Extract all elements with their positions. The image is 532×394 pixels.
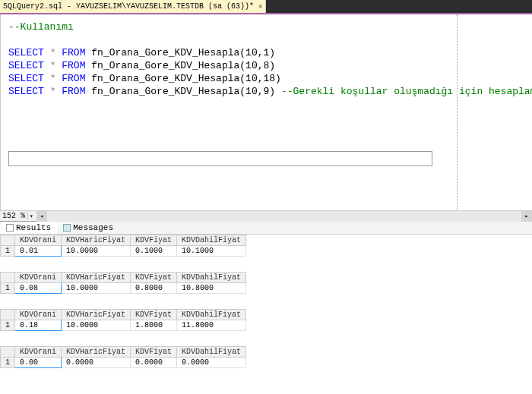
sql-editor[interactable]: --Kullanımı SELECT * FROM fn_Orana_Gore_… (1, 14, 532, 210)
file-tab[interactable]: SQLQuery2.sql - YAVUZSELIM\YAVUZSELIM.TE… (0, 0, 266, 13)
zoom-scroll-bar: 152 % ▾ ◂ ▸ (0, 210, 532, 221)
fn-call: fn_Orana_Gore_KDV_Hesapla(10,18) (91, 73, 281, 84)
result-grid-3: KDVOrani KDVHaricFiyat KDVFiyat KDVDahil… (0, 309, 532, 331)
kw-from: FROM (62, 73, 85, 84)
col-header[interactable]: KDVOrani (15, 273, 62, 283)
row-header[interactable]: 1 (1, 358, 15, 368)
cell[interactable]: 0.01 (15, 246, 62, 257)
corner-cell (1, 310, 15, 320)
table-row[interactable]: 1 0.18 10.0000 1.8000 11.8000 (1, 320, 246, 331)
cell[interactable]: 0.08 (15, 283, 62, 294)
col-header[interactable]: KDVHaricFiyat (62, 310, 131, 320)
cell[interactable]: 1.8000 (131, 320, 177, 331)
col-header[interactable]: KDVDahilFiyat (177, 347, 246, 358)
op-star: * (50, 60, 56, 71)
cell[interactable]: 0.18 (15, 320, 62, 331)
grid-icon (6, 224, 14, 232)
print-margin-ruler (457, 14, 458, 210)
col-header[interactable]: KDVFiyat (131, 273, 177, 283)
code-comment: --Kullanımı (8, 21, 74, 33)
results-pane: KDVOrani KDVHaricFiyat KDVFiyat KDVDahil… (0, 235, 532, 394)
result-table[interactable]: KDVOrani KDVHaricFiyat KDVFiyat KDVDahil… (0, 272, 246, 294)
result-table[interactable]: KDVOrani KDVHaricFiyat KDVFiyat KDVDahil… (0, 346, 246, 368)
tab-results-label: Results (16, 223, 51, 232)
table-row[interactable]: 1 0.00 0.0000 0.0000 0.0000 (1, 358, 246, 368)
corner-cell (1, 235, 15, 246)
op-star: * (50, 86, 56, 97)
col-header[interactable]: KDVOrani (15, 347, 62, 358)
cell[interactable]: 10.0000 (62, 246, 131, 257)
cell[interactable]: 0.0000 (62, 358, 131, 368)
zoom-dropdown-icon[interactable]: ▾ (28, 213, 35, 219)
table-row[interactable]: 1 0.01 10.0000 0.1000 10.1000 (1, 246, 246, 257)
result-grid-1: KDVOrani KDVHaricFiyat KDVFiyat KDVDahil… (0, 235, 532, 257)
tab-results[interactable]: Results (0, 222, 57, 234)
cell[interactable]: 10.1000 (177, 246, 246, 257)
horizontal-scrollbar[interactable]: ◂ ▸ (36, 211, 532, 222)
result-grid-2: KDVOrani KDVHaricFiyat KDVFiyat KDVDahil… (0, 272, 532, 294)
row-header[interactable]: 1 (1, 320, 15, 331)
tab-messages[interactable]: Messages (57, 222, 119, 234)
code-comment: --Gerekli koşullar oluşmadığı için hesap… (281, 86, 532, 97)
table-row[interactable]: 1 0.08 10.0000 0.8000 10.8000 (1, 283, 246, 294)
col-header[interactable]: KDVOrani (15, 310, 62, 320)
close-icon[interactable]: ✕ (258, 2, 262, 11)
result-table[interactable]: KDVOrani KDVHaricFiyat KDVFiyat KDVDahil… (0, 309, 246, 331)
row-header[interactable]: 1 (1, 283, 15, 294)
cell[interactable]: 0.00 (15, 358, 62, 368)
cell[interactable]: 0.0000 (131, 358, 177, 368)
col-header[interactable]: KDVHaricFiyat (62, 235, 131, 246)
col-header[interactable]: KDVDahilFiyat (177, 273, 246, 283)
kw-from: FROM (62, 47, 85, 58)
result-table[interactable]: KDVOrani KDVHaricFiyat KDVFiyat KDVDahil… (0, 235, 246, 257)
cell[interactable]: 10.0000 (62, 320, 131, 331)
cell[interactable]: 0.8000 (131, 283, 177, 294)
zoom-level[interactable]: 152 % (0, 212, 28, 220)
scroll-left-icon[interactable]: ◂ (36, 211, 47, 222)
col-header[interactable]: KDVHaricFiyat (62, 347, 131, 358)
cell[interactable]: 0.0000 (177, 358, 246, 368)
col-header[interactable]: KDVOrani (15, 235, 62, 246)
scroll-right-icon[interactable]: ▸ (521, 211, 532, 222)
kw-select: SELECT (8, 60, 44, 71)
kw-select: SELECT (8, 47, 44, 58)
kw-select: SELECT (8, 86, 44, 97)
col-header[interactable]: KDVFiyat (131, 310, 177, 320)
editor-area: --Kullanımı SELECT * FROM fn_Orana_Gore_… (0, 14, 532, 210)
file-tab-title: SQLQuery2.sql - YAVUZSELIM\YAVUZSELIM.TE… (3, 2, 254, 11)
op-star: * (50, 73, 56, 84)
cell[interactable]: 0.1000 (131, 246, 177, 257)
col-header[interactable]: KDVDahilFiyat (177, 235, 246, 246)
results-tab-bar: Results Messages (0, 221, 532, 235)
fn-call: fn_Orana_Gore_KDV_Hesapla(10,8) (91, 60, 275, 71)
kw-from: FROM (62, 86, 85, 97)
col-header[interactable]: KDVDahilFiyat (177, 310, 246, 320)
cell[interactable]: 11.8000 (177, 320, 246, 331)
cursor-line[interactable] (8, 151, 432, 166)
fn-call: fn_Orana_Gore_KDV_Hesapla(10,1) (91, 47, 275, 58)
col-header[interactable]: KDVHaricFiyat (62, 273, 131, 283)
result-grid-4: KDVOrani KDVHaricFiyat KDVFiyat KDVDahil… (0, 346, 532, 368)
corner-cell (1, 273, 15, 283)
tab-messages-label: Messages (73, 223, 113, 232)
fn-call: fn_Orana_Gore_KDV_Hesapla(10,9) (91, 86, 275, 97)
cell[interactable]: 10.8000 (177, 283, 246, 294)
col-header[interactable]: KDVFiyat (131, 347, 177, 358)
col-header[interactable]: KDVFiyat (131, 235, 177, 246)
cell[interactable]: 10.0000 (62, 283, 131, 294)
tab-bar: SQLQuery2.sql - YAVUZSELIM\YAVUZSELIM.TE… (0, 0, 532, 14)
corner-cell (1, 347, 15, 358)
messages-icon (63, 224, 71, 232)
kw-from: FROM (62, 60, 85, 71)
op-star: * (50, 47, 56, 58)
kw-select: SELECT (8, 73, 44, 84)
row-header[interactable]: 1 (1, 246, 15, 257)
